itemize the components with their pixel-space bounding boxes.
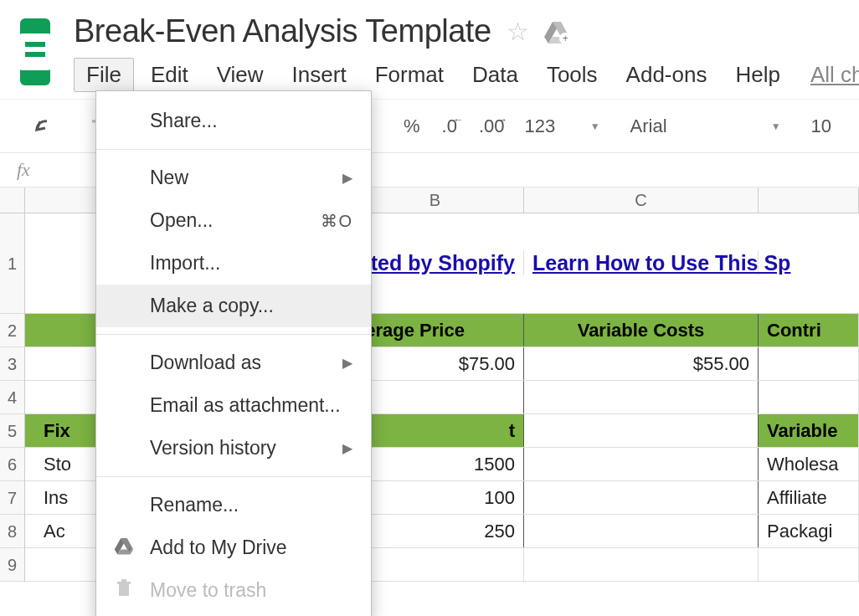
menu-file[interactable]: File (74, 58, 134, 92)
font-family-select[interactable]: Arial ▼ (622, 112, 790, 141)
menu-tools[interactable]: Tools (535, 59, 610, 91)
cell[interactable] (759, 347, 859, 380)
cell[interactable]: $55.00 (524, 347, 759, 380)
menu-item-label: Move to trash (150, 579, 266, 602)
cell[interactable] (524, 448, 759, 480)
row-header[interactable]: 5 (0, 414, 24, 448)
file-make-a-copy[interactable]: Make a copy... (96, 285, 371, 327)
cell[interactable] (759, 548, 859, 581)
font-size-select[interactable]: 10 ▼ (803, 112, 859, 141)
menu-item-label: Import... (150, 252, 220, 275)
cell[interactable]: 100 (347, 481, 524, 514)
drive-icon: + (111, 536, 136, 560)
file-version-history[interactable]: Version history ▶ (96, 427, 371, 470)
cell[interactable]: verage Price (347, 314, 524, 346)
chevron-down-icon: ▼ (771, 121, 781, 132)
menu-edit[interactable]: Edit (139, 59, 200, 91)
cell[interactable]: t (347, 414, 524, 447)
keyboard-shortcut: ⌘O (321, 211, 352, 231)
cell[interactable]: 250 (347, 515, 524, 547)
column-header-d[interactable] (759, 187, 859, 213)
cell[interactable]: Wholesa (759, 448, 859, 480)
document-title[interactable]: Break-Even Analysis Template (74, 13, 491, 49)
row-header[interactable]: 7 (0, 481, 24, 515)
trash-icon (111, 579, 136, 603)
menu-bar: File Edit View Insert Format Data Tools … (74, 58, 859, 92)
row-header[interactable]: 3 (0, 347, 24, 381)
cell[interactable]: ted by Shopify (347, 251, 524, 275)
cell[interactable] (347, 381, 524, 413)
cell[interactable] (524, 381, 759, 413)
shopify-link[interactable]: ted by Shopify (371, 251, 515, 275)
row-header[interactable]: 9 (0, 548, 24, 582)
menu-item-label: Version history (150, 437, 276, 459)
font-family-label: Arial (630, 116, 667, 137)
submenu-arrow-icon: ▶ (342, 440, 352, 456)
menu-addons[interactable]: Add-ons (615, 59, 719, 91)
font-size-label: 10 (811, 116, 831, 137)
file-menu-dropdown: Share... New ▶ Open... ⌘O Import... Make… (95, 90, 372, 616)
column-header-c[interactable]: C (524, 187, 759, 213)
row-header[interactable]: 4 (0, 381, 24, 414)
cell[interactable] (524, 515, 759, 547)
drive-add-icon[interactable]: + (543, 20, 570, 44)
cell[interactable] (524, 414, 759, 447)
file-import[interactable]: Import... (96, 242, 371, 285)
menu-help[interactable]: Help (723, 59, 791, 91)
cell[interactable]: Contri (759, 314, 859, 346)
file-new[interactable]: New ▶ (96, 157, 371, 199)
menu-item-label: Add to My Drive (150, 536, 287, 559)
cell[interactable]: Variable Costs (524, 314, 759, 346)
file-email-attachment[interactable]: Email as attachment... (96, 384, 371, 427)
number-format-label: 123 (525, 116, 556, 137)
cell[interactable]: Affiliate (759, 481, 859, 514)
svg-text:+: + (127, 545, 131, 553)
row-header[interactable]: 2 (0, 314, 24, 347)
learn-link[interactable]: Learn How to Use This Sp (532, 251, 790, 275)
row-header[interactable]: 6 (0, 448, 24, 481)
submenu-arrow-icon: ▶ (342, 355, 352, 371)
file-rename[interactable]: Rename... (96, 484, 371, 526)
select-all-corner[interactable] (0, 187, 25, 213)
svg-rect-9 (119, 584, 129, 596)
star-icon[interactable]: ☆ (507, 17, 529, 46)
menu-item-label: Rename... (150, 494, 239, 516)
menu-item-label: Share... (150, 110, 218, 132)
row-header[interactable]: 8 (0, 515, 24, 548)
cell[interactable] (759, 381, 859, 413)
file-add-to-drive[interactable]: + Add to My Drive (96, 526, 371, 569)
fx-icon: fx (17, 159, 30, 181)
file-share[interactable]: Share... (96, 100, 371, 142)
column-header-b[interactable]: B (347, 187, 524, 213)
svg-rect-10 (117, 582, 131, 584)
increase-decimal-button[interactable]: .00→ (469, 110, 515, 142)
save-status[interactable]: All changes (797, 62, 859, 88)
cell[interactable]: Variable (759, 414, 859, 447)
submenu-arrow-icon: ▶ (342, 170, 352, 186)
menu-item-label: Download as (150, 352, 261, 374)
cell[interactable]: $75.00 (347, 347, 524, 380)
svg-rect-11 (121, 579, 126, 582)
cell[interactable]: Learn How to Use This Sp (524, 251, 759, 275)
svg-text:+: + (563, 33, 568, 44)
cell[interactable] (524, 548, 759, 581)
chevron-down-icon: ▼ (590, 121, 600, 132)
menu-item-label: Email as attachment... (150, 394, 341, 417)
cell[interactable]: 1500 (347, 448, 524, 480)
undo-button[interactable] (25, 113, 69, 140)
file-open[interactable]: Open... ⌘O (96, 199, 371, 242)
menu-format[interactable]: Format (363, 59, 455, 91)
file-download-as[interactable]: Download as ▶ (96, 341, 371, 384)
percent-format-button[interactable]: % (393, 110, 430, 142)
menu-data[interactable]: Data (460, 59, 530, 91)
menu-view[interactable]: View (205, 59, 275, 91)
row-header[interactable]: 1 (0, 213, 24, 314)
cell[interactable] (524, 481, 759, 514)
menu-insert[interactable]: Insert (280, 59, 358, 91)
number-format-select[interactable]: 123 ▼ (517, 112, 609, 141)
cell[interactable]: Packagi (759, 515, 859, 547)
decrease-decimal-button[interactable]: .0← (432, 110, 467, 142)
menu-item-label: Make a copy... (150, 295, 274, 317)
cell[interactable] (347, 548, 524, 581)
menu-item-label: New (150, 167, 188, 189)
